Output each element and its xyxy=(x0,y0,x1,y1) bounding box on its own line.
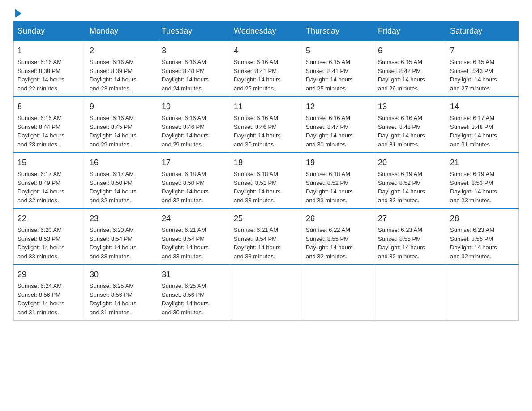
day-number: 12 xyxy=(306,101,370,113)
calendar-cell: 10Sunrise: 6:16 AMSunset: 8:46 PMDayligh… xyxy=(158,97,230,153)
calendar-cell: 19Sunrise: 6:18 AMSunset: 8:52 PMDayligh… xyxy=(302,153,374,209)
day-number: 27 xyxy=(378,213,442,225)
day-info: Sunrise: 6:17 AMSunset: 8:48 PMDaylight:… xyxy=(450,114,515,149)
calendar-cell: 20Sunrise: 6:19 AMSunset: 8:52 PMDayligh… xyxy=(374,153,446,209)
day-number: 14 xyxy=(450,101,515,113)
day-number: 25 xyxy=(234,213,298,225)
calendar-cell: 11Sunrise: 6:16 AMSunset: 8:46 PMDayligh… xyxy=(230,97,302,153)
calendar-cell: 9Sunrise: 6:16 AMSunset: 8:45 PMDaylight… xyxy=(86,97,158,153)
day-number: 31 xyxy=(162,269,226,281)
header-thursday: Thursday xyxy=(302,22,374,41)
day-info: Sunrise: 6:23 AMSunset: 8:55 PMDaylight:… xyxy=(450,226,515,261)
calendar-cell: 21Sunrise: 6:19 AMSunset: 8:53 PMDayligh… xyxy=(446,153,519,209)
header-sunday: Sunday xyxy=(14,22,86,41)
header-tuesday: Tuesday xyxy=(158,22,230,41)
day-info: Sunrise: 6:21 AMSunset: 8:54 PMDaylight:… xyxy=(162,226,226,261)
calendar-cell: 27Sunrise: 6:23 AMSunset: 8:55 PMDayligh… xyxy=(374,209,446,265)
day-number: 29 xyxy=(17,269,82,281)
day-info: Sunrise: 6:16 AMSunset: 8:47 PMDaylight:… xyxy=(306,114,370,149)
logo xyxy=(13,9,22,17)
calendar-cell: 28Sunrise: 6:23 AMSunset: 8:55 PMDayligh… xyxy=(446,209,519,265)
calendar-cell: 26Sunrise: 6:22 AMSunset: 8:55 PMDayligh… xyxy=(302,209,374,265)
calendar-cell: 18Sunrise: 6:18 AMSunset: 8:51 PMDayligh… xyxy=(230,153,302,209)
day-info: Sunrise: 6:16 AMSunset: 8:46 PMDaylight:… xyxy=(234,114,298,149)
day-info: Sunrise: 6:24 AMSunset: 8:56 PMDaylight:… xyxy=(17,282,82,317)
day-number: 20 xyxy=(378,157,442,169)
day-number: 24 xyxy=(162,213,226,225)
day-info: Sunrise: 6:19 AMSunset: 8:53 PMDaylight:… xyxy=(450,170,515,205)
calendar-cell: 22Sunrise: 6:20 AMSunset: 8:53 PMDayligh… xyxy=(14,209,86,265)
day-number: 15 xyxy=(17,157,82,169)
calendar-cell: 23Sunrise: 6:20 AMSunset: 8:54 PMDayligh… xyxy=(86,209,158,265)
day-number: 5 xyxy=(306,45,370,57)
calendar-cell xyxy=(446,265,519,321)
day-info: Sunrise: 6:23 AMSunset: 8:55 PMDaylight:… xyxy=(378,226,442,261)
calendar-cell xyxy=(302,265,374,321)
day-info: Sunrise: 6:16 AMSunset: 8:41 PMDaylight:… xyxy=(234,58,298,93)
calendar-cell: 3Sunrise: 6:16 AMSunset: 8:40 PMDaylight… xyxy=(158,41,230,97)
calendar-cell: 12Sunrise: 6:16 AMSunset: 8:47 PMDayligh… xyxy=(302,97,374,153)
header-friday: Friday xyxy=(374,22,446,41)
week-row-5: 29Sunrise: 6:24 AMSunset: 8:56 PMDayligh… xyxy=(14,265,519,321)
day-info: Sunrise: 6:18 AMSunset: 8:51 PMDaylight:… xyxy=(234,170,298,205)
day-number: 8 xyxy=(17,101,82,113)
calendar-header-row: SundayMondayTuesdayWednesdayThursdayFrid… xyxy=(14,22,519,41)
calendar-cell: 17Sunrise: 6:18 AMSunset: 8:50 PMDayligh… xyxy=(158,153,230,209)
day-info: Sunrise: 6:16 AMSunset: 8:44 PMDaylight:… xyxy=(17,114,82,149)
day-info: Sunrise: 6:16 AMSunset: 8:38 PMDaylight:… xyxy=(17,58,82,93)
calendar-cell: 30Sunrise: 6:25 AMSunset: 8:56 PMDayligh… xyxy=(86,265,158,321)
day-number: 21 xyxy=(450,157,515,169)
calendar-table: SundayMondayTuesdayWednesdayThursdayFrid… xyxy=(13,21,519,321)
calendar-cell: 31Sunrise: 6:25 AMSunset: 8:56 PMDayligh… xyxy=(158,265,230,321)
day-info: Sunrise: 6:20 AMSunset: 8:53 PMDaylight:… xyxy=(17,226,82,261)
day-info: Sunrise: 6:16 AMSunset: 8:48 PMDaylight:… xyxy=(378,114,442,149)
week-row-1: 1Sunrise: 6:16 AMSunset: 8:38 PMDaylight… xyxy=(14,41,519,97)
calendar-cell: 4Sunrise: 6:16 AMSunset: 8:41 PMDaylight… xyxy=(230,41,302,97)
page-header xyxy=(13,9,519,17)
day-info: Sunrise: 6:16 AMSunset: 8:40 PMDaylight:… xyxy=(162,58,226,93)
logo-arrow-icon xyxy=(15,9,22,18)
calendar-cell: 29Sunrise: 6:24 AMSunset: 8:56 PMDayligh… xyxy=(14,265,86,321)
day-number: 13 xyxy=(378,101,442,113)
day-number: 3 xyxy=(162,45,226,57)
day-number: 1 xyxy=(17,45,82,57)
day-number: 26 xyxy=(306,213,370,225)
day-number: 19 xyxy=(306,157,370,169)
calendar-cell: 8Sunrise: 6:16 AMSunset: 8:44 PMDaylight… xyxy=(14,97,86,153)
day-info: Sunrise: 6:20 AMSunset: 8:54 PMDaylight:… xyxy=(90,226,154,261)
day-info: Sunrise: 6:18 AMSunset: 8:50 PMDaylight:… xyxy=(162,170,226,205)
day-number: 16 xyxy=(90,157,154,169)
day-number: 22 xyxy=(17,213,82,225)
calendar-cell: 14Sunrise: 6:17 AMSunset: 8:48 PMDayligh… xyxy=(446,97,519,153)
day-info: Sunrise: 6:17 AMSunset: 8:49 PMDaylight:… xyxy=(17,170,82,205)
day-number: 23 xyxy=(90,213,154,225)
day-info: Sunrise: 6:25 AMSunset: 8:56 PMDaylight:… xyxy=(90,282,154,317)
calendar-cell: 24Sunrise: 6:21 AMSunset: 8:54 PMDayligh… xyxy=(158,209,230,265)
week-row-4: 22Sunrise: 6:20 AMSunset: 8:53 PMDayligh… xyxy=(14,209,519,265)
calendar-cell: 25Sunrise: 6:21 AMSunset: 8:54 PMDayligh… xyxy=(230,209,302,265)
day-number: 2 xyxy=(90,45,154,57)
calendar-cell: 6Sunrise: 6:15 AMSunset: 8:42 PMDaylight… xyxy=(374,41,446,97)
day-number: 4 xyxy=(234,45,298,57)
day-number: 18 xyxy=(234,157,298,169)
day-info: Sunrise: 6:17 AMSunset: 8:50 PMDaylight:… xyxy=(90,170,154,205)
calendar-cell: 7Sunrise: 6:15 AMSunset: 8:43 PMDaylight… xyxy=(446,41,519,97)
header-monday: Monday xyxy=(86,22,158,41)
day-info: Sunrise: 6:15 AMSunset: 8:41 PMDaylight:… xyxy=(306,58,370,93)
calendar-cell: 5Sunrise: 6:15 AMSunset: 8:41 PMDaylight… xyxy=(302,41,374,97)
day-number: 28 xyxy=(450,213,515,225)
day-number: 17 xyxy=(162,157,226,169)
day-number: 10 xyxy=(162,101,226,113)
week-row-3: 15Sunrise: 6:17 AMSunset: 8:49 PMDayligh… xyxy=(14,153,519,209)
day-info: Sunrise: 6:21 AMSunset: 8:54 PMDaylight:… xyxy=(234,226,298,261)
calendar-cell xyxy=(374,265,446,321)
day-info: Sunrise: 6:16 AMSunset: 8:39 PMDaylight:… xyxy=(90,58,154,93)
calendar-cell: 13Sunrise: 6:16 AMSunset: 8:48 PMDayligh… xyxy=(374,97,446,153)
calendar-cell: 16Sunrise: 6:17 AMSunset: 8:50 PMDayligh… xyxy=(86,153,158,209)
day-info: Sunrise: 6:16 AMSunset: 8:45 PMDaylight:… xyxy=(90,114,154,149)
day-info: Sunrise: 6:18 AMSunset: 8:52 PMDaylight:… xyxy=(306,170,370,205)
header-saturday: Saturday xyxy=(446,22,519,41)
day-number: 7 xyxy=(450,45,515,57)
day-info: Sunrise: 6:25 AMSunset: 8:56 PMDaylight:… xyxy=(162,282,226,317)
header-wednesday: Wednesday xyxy=(230,22,302,41)
